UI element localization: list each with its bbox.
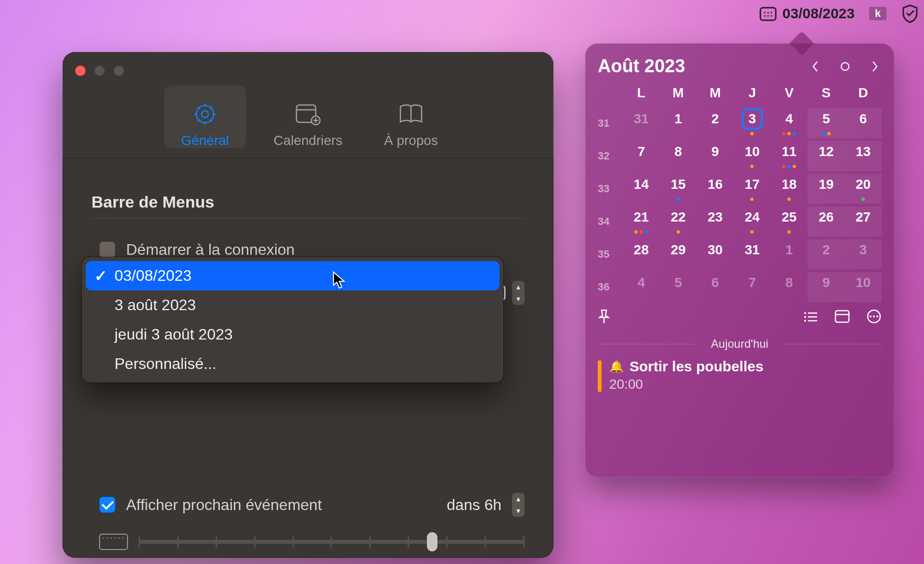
calendar-day[interactable]: 15 [660, 174, 697, 204]
calendar-day[interactable]: 25 [770, 207, 808, 236]
calendar-day[interactable]: 7 [734, 272, 771, 302]
calendar-day[interactable]: 2 [808, 239, 845, 269]
traffic-lights [75, 66, 124, 76]
week-number: 32 [598, 141, 623, 171]
tab-about[interactable]: À propos [370, 86, 452, 148]
date-format-option[interactable]: jeudi 3 août 2023 [86, 320, 500, 349]
event-color-bar [598, 360, 602, 392]
calendar-day[interactable]: 1 [660, 108, 697, 138]
calendar-day[interactable]: 21 [623, 207, 660, 236]
calendar-day[interactable]: 17 [734, 174, 771, 204]
section-title: Barre de Menus [91, 193, 525, 211]
checkbox-start-at-login[interactable] [99, 241, 116, 258]
calendar-day[interactable]: 16 [697, 174, 734, 204]
shield-icon[interactable] [901, 4, 919, 23]
month-view-button[interactable] [834, 310, 850, 327]
calendar-day[interactable]: 5 [808, 108, 845, 138]
calendar-day[interactable]: 24 [734, 207, 771, 236]
calendar-day[interactable]: 23 [697, 207, 734, 236]
calendar-toolbar [598, 309, 882, 328]
calendar-day[interactable]: 7 [623, 141, 660, 171]
dow: J [734, 85, 771, 105]
window-close-button[interactable] [75, 66, 86, 76]
calendar-day[interactable]: 5 [660, 272, 697, 302]
calendar-day[interactable]: 14 [623, 174, 660, 204]
calendar-month-title: Août 2023 [598, 56, 685, 77]
calendar-day[interactable]: 31 [734, 239, 771, 269]
bell-icon: 🔔 [609, 360, 624, 373]
date-format-option[interactable]: 03/08/2023 [86, 261, 500, 290]
date-format-dropdown: 03/08/2023 3 août 2023 jeudi 3 août 2023… [82, 257, 503, 382]
calendar-day[interactable]: 19 [808, 174, 845, 204]
label-start-at-login: Démarrer à la connexion [126, 241, 295, 259]
calendar-day[interactable]: 20 [845, 174, 882, 204]
window-minimize-button[interactable] [94, 66, 105, 76]
svg-point-6 [770, 15, 772, 16]
calendar-day[interactable]: 29 [660, 239, 697, 269]
list-view-button[interactable] [803, 310, 818, 327]
event-item[interactable]: 🔔 Sortir les poubelles 20:00 [598, 358, 882, 392]
pin-button[interactable] [598, 309, 610, 328]
svg-rect-0 [760, 8, 776, 20]
date-format-option[interactable]: Personnalisé... [86, 349, 500, 379]
calendar-day[interactable]: 6 [697, 272, 734, 302]
next-month-button[interactable] [868, 60, 882, 73]
calendar-day[interactable]: 4 [770, 108, 808, 138]
calendar-day[interactable]: 22 [660, 207, 697, 236]
calendar-day[interactable]: 10 [734, 141, 771, 171]
svg-point-42 [873, 315, 875, 317]
week-number: 33 [598, 174, 623, 204]
prev-month-button[interactable] [808, 60, 822, 73]
calendar-day[interactable]: 26 [808, 207, 845, 236]
svg-point-43 [876, 315, 878, 317]
calendar-day[interactable]: 13 [845, 141, 882, 171]
calendar-day[interactable]: 3 [845, 239, 882, 269]
svg-point-2 [767, 12, 769, 13]
book-icon [397, 101, 425, 127]
more-button[interactable] [866, 309, 882, 328]
svg-point-36 [804, 320, 806, 322]
calendar-day[interactable]: 9 [697, 141, 734, 171]
menubar-date-item[interactable]: 03/08/2023 [759, 5, 855, 22]
icon-stepper[interactable]: ▴▾ [512, 281, 525, 305]
calendar-day[interactable]: 8 [660, 141, 697, 171]
gear-icon [191, 101, 219, 127]
calendar-icon [759, 6, 777, 21]
checkbox-show-next-event[interactable] [99, 497, 116, 513]
calendar-day[interactable]: 12 [808, 141, 845, 171]
week-number: 36 [598, 272, 623, 302]
date-format-option[interactable]: 3 août 2023 [86, 290, 500, 320]
week-number: 31 [598, 108, 623, 138]
svg-point-30 [841, 63, 849, 70]
preferences-window: Général Calendriers À propos Barre de Me… [63, 52, 553, 558]
tab-general[interactable]: Général [164, 86, 246, 148]
calendar-day[interactable]: 8 [770, 272, 808, 302]
ruler-icon [99, 534, 128, 550]
calendar-day[interactable]: 28 [623, 239, 660, 269]
toolbar-tabs: Général Calendriers À propos [63, 86, 553, 148]
section-divider [91, 218, 525, 219]
k-icon[interactable]: k [869, 7, 886, 20]
calendar-day[interactable]: 3 [734, 108, 771, 138]
tab-calendars[interactable]: Calendriers [267, 86, 349, 148]
calendar-day[interactable]: 31 [623, 108, 660, 138]
today-button[interactable] [838, 60, 852, 73]
calendar-day[interactable]: 10 [845, 272, 882, 302]
calendar-day[interactable]: 4 [623, 272, 660, 302]
row-show-next-event: Afficher prochain événement dans 6h ▴▾ [91, 490, 525, 519]
week-number: 35 [598, 239, 623, 269]
calendar-popover: Août 2023 L M M J V S D 3131123456327891… [585, 43, 894, 477]
calendar-day[interactable]: 9 [808, 272, 845, 302]
calendar-day[interactable]: 1 [770, 239, 808, 269]
calendar-plus-icon [294, 101, 322, 127]
calendar-day[interactable]: 18 [770, 174, 808, 204]
width-slider[interactable] [139, 540, 525, 544]
window-maximize-button[interactable] [114, 66, 124, 76]
next-event-stepper[interactable]: ▴▾ [512, 493, 525, 517]
calendar-day[interactable]: 11 [770, 141, 808, 171]
calendar-day[interactable]: 30 [697, 239, 734, 269]
calendar-day[interactable]: 27 [845, 207, 882, 236]
calendar-day[interactable]: 2 [697, 108, 734, 138]
calendar-day[interactable]: 6 [845, 108, 882, 138]
tab-about-label: À propos [384, 133, 438, 148]
